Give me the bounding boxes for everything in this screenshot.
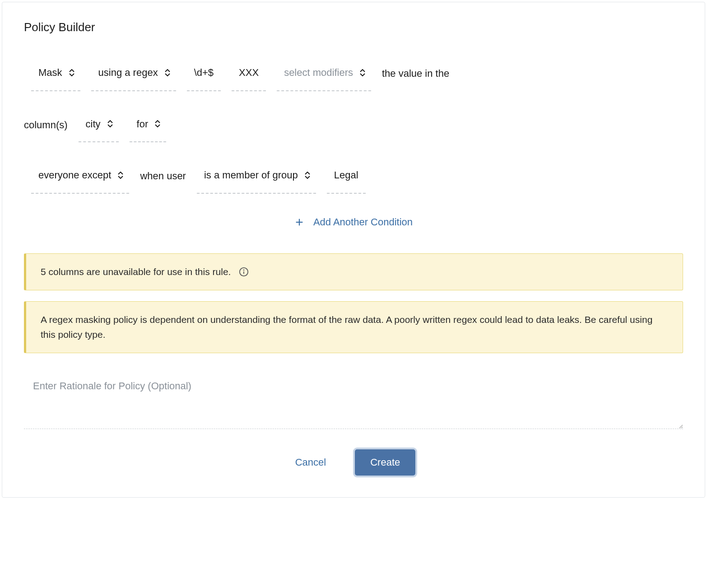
chevron-up-down-icon — [117, 172, 124, 179]
replacement-value: XXX — [239, 59, 259, 87]
alert-regex-text: A regex masking policy is dependent on u… — [41, 313, 668, 342]
action-select[interactable]: Mask — [31, 56, 80, 91]
apply-to-select-label: everyone except — [38, 161, 111, 189]
method-select[interactable]: using a regex — [91, 56, 176, 91]
alert-unavailable-columns: 5 columns are unavailable for use in thi… — [24, 253, 683, 291]
page-title: Policy Builder — [24, 20, 683, 34]
columns-select-label: city — [86, 110, 101, 138]
regex-pattern-input[interactable]: \d+$ — [187, 56, 221, 91]
rationale-textarea[interactable] — [24, 375, 683, 429]
chevron-up-down-icon — [107, 120, 113, 127]
alert-regex-warning: A regex masking policy is dependent on u… — [24, 301, 683, 353]
rule-builder: Mask using a regex \d+$ XXX select modif… — [24, 56, 683, 194]
chevron-up-down-icon — [69, 69, 75, 76]
columns-select[interactable]: city — [79, 107, 119, 143]
info-icon[interactable] — [239, 267, 249, 277]
text-when-user: when user — [140, 162, 186, 190]
policy-builder-panel: Policy Builder Mask using a regex \d+$ X… — [2, 2, 705, 498]
alert-unavailable-text: 5 columns are unavailable for use in thi… — [41, 265, 231, 280]
chevron-up-down-icon — [359, 69, 366, 76]
regex-pattern-value: \d+$ — [194, 59, 214, 87]
text-value-in: the value in the — [382, 60, 449, 88]
add-condition-button[interactable]: Add Another Condition — [24, 213, 683, 232]
chevron-up-down-icon — [154, 120, 161, 127]
scope-select-label: for — [137, 110, 149, 138]
chevron-up-down-icon — [164, 69, 171, 76]
condition-type-label: is a member of group — [204, 161, 298, 189]
apply-to-select[interactable]: everyone except — [31, 159, 129, 194]
cancel-button[interactable]: Cancel — [292, 451, 330, 474]
condition-value-input[interactable]: Legal — [327, 159, 366, 194]
action-select-label: Mask — [38, 59, 62, 87]
plus-icon — [294, 217, 304, 227]
modifiers-select[interactable]: select modifiers — [277, 56, 371, 91]
action-buttons: Cancel Create — [24, 449, 683, 476]
chevron-up-down-icon — [304, 172, 311, 179]
text-columns: column(s) — [24, 111, 68, 139]
condition-type-select[interactable]: is a member of group — [197, 159, 316, 194]
add-condition-label: Add Another Condition — [313, 216, 413, 228]
modifiers-select-placeholder: select modifiers — [284, 59, 353, 87]
create-button[interactable]: Create — [355, 449, 415, 476]
replacement-input[interactable]: XXX — [232, 56, 266, 91]
condition-value: Legal — [334, 161, 358, 189]
method-select-label: using a regex — [98, 59, 158, 87]
svg-point-4 — [244, 270, 244, 270]
scope-select[interactable]: for — [130, 107, 167, 143]
